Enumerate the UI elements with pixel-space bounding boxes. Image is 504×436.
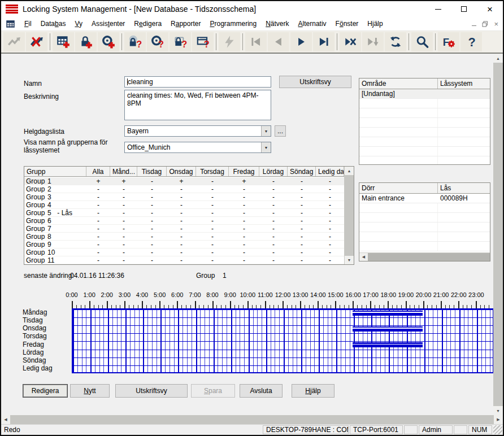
day-flag-cell[interactable]: - [137, 256, 167, 264]
day-flag-cell[interactable]: - [288, 177, 316, 185]
day-flag-cell[interactable]: + [229, 177, 259, 185]
scroll-down-icon[interactable]: ▼ [493, 406, 503, 415]
day-flag-cell[interactable]: - [229, 201, 259, 208]
new-button[interactable]: Nytt [70, 384, 110, 398]
day-flag-cell[interactable]: - [110, 233, 137, 240]
scroll-right-icon[interactable]: ▶ [494, 415, 503, 424]
day-flag-cell[interactable]: - [196, 185, 229, 193]
day-flag-cell[interactable]: - [288, 241, 316, 248]
day-flag-cell[interactable]: - [288, 193, 316, 200]
menu-item-programmering[interactable]: Programmering [205, 18, 261, 29]
toolbar-read-lock-g1-button[interactable]: ? [170, 32, 191, 51]
toolbar-program-button[interactable] [219, 32, 240, 51]
chevron-down-icon[interactable]: ▼ [261, 142, 271, 152]
holiday-browse-button[interactable]: ... [275, 125, 286, 137]
description-input[interactable]: cleaning times: Mo, Wed, Fri between 4PM… [124, 90, 271, 120]
day-flag-cell[interactable]: - [137, 201, 167, 208]
table-row[interactable]: Main entrance000089H [359, 194, 490, 203]
schedule-bar[interactable] [353, 311, 423, 316]
menu-item-redigera[interactable]: Redigera [129, 18, 166, 29]
toolbar-search-button[interactable] [411, 32, 433, 51]
group-table-scrollbar[interactable]: ▲ ▼ [344, 167, 354, 264]
day-flag-cell[interactable]: - [288, 248, 316, 256]
chevron-down-icon[interactable]: ▼ [261, 126, 271, 136]
group-row[interactable]: Group2--------- [24, 185, 344, 193]
day-flag-cell[interactable]: - [110, 217, 137, 224]
day-flag-cell[interactable]: + [167, 177, 196, 185]
day-flag-cell[interactable]: - [288, 256, 316, 264]
day-flag-cell[interactable]: - [86, 225, 110, 232]
scrollbar-thumb[interactable] [493, 63, 503, 406]
name-input[interactable]: cleaning [124, 76, 271, 88]
day-flag-cell[interactable]: - [259, 209, 288, 216]
locking-system-select[interactable]: Office_Munich ▼ [124, 142, 271, 153]
group-row[interactable]: Group4--------- [24, 201, 344, 209]
day-flag-cell[interactable]: - [196, 193, 229, 200]
menu-item-fil[interactable]: Fil [20, 18, 36, 29]
day-flag-cell[interactable]: - [196, 233, 229, 240]
day-flag-cell[interactable]: - [288, 225, 316, 232]
day-flag-cell[interactable]: - [259, 248, 288, 256]
day-flag-cell[interactable]: - [167, 248, 196, 256]
day-flag-cell[interactable]: - [229, 209, 259, 216]
day-flag-cell[interactable]: - [316, 241, 344, 248]
day-flag-cell[interactable]: - [86, 217, 110, 224]
day-flag-cell[interactable]: - [229, 217, 259, 224]
day-flag-cell[interactable]: - [167, 209, 196, 216]
day-flag-cell[interactable]: - [110, 248, 137, 256]
day-flag-cell[interactable]: - [110, 209, 137, 216]
day-flag-cell[interactable]: + [86, 177, 110, 185]
day-flag-cell[interactable]: - [288, 217, 316, 224]
toolbar-new-transponder-button[interactable] [98, 32, 119, 51]
day-flag-cell[interactable]: - [196, 217, 229, 224]
toolbar-last-record-button[interactable] [313, 32, 334, 51]
menu-item-alternativ[interactable]: Alternativ [294, 18, 331, 29]
close-button[interactable]: × [477, 1, 503, 17]
toolbar-next-record-button[interactable] [290, 32, 312, 51]
mdi-minimize-button[interactable] [472, 22, 476, 26]
day-flag-cell[interactable]: - [259, 217, 288, 224]
maximize-button[interactable] [451, 1, 477, 17]
day-flag-cell[interactable]: - [167, 233, 196, 240]
mdi-restore-button[interactable] [482, 21, 488, 27]
day-flag-cell[interactable]: - [86, 193, 110, 200]
day-flag-cell[interactable]: - [196, 177, 229, 185]
day-flag-cell[interactable]: - [229, 185, 259, 193]
schedule-bar[interactable] [353, 326, 423, 332]
exit-button[interactable]: Avsluta [240, 384, 283, 398]
day-flag-cell[interactable]: - [167, 241, 196, 248]
table-row[interactable]: [Undantag] [359, 89, 490, 99]
day-flag-cell[interactable]: - [316, 225, 344, 232]
day-flag-cell[interactable]: - [288, 233, 316, 240]
day-flag-cell[interactable]: - [196, 248, 229, 256]
day-flag-cell[interactable]: - [167, 193, 196, 200]
resize-grip[interactable] [493, 425, 502, 434]
day-flag-cell[interactable]: - [86, 248, 110, 256]
day-flag-cell[interactable]: - [110, 256, 137, 264]
menu-item-fnster[interactable]: Fönster [331, 18, 363, 29]
horizontal-scrollbar[interactable]: ◀ ▶ [1, 415, 503, 424]
day-flag-cell[interactable]: - [110, 201, 137, 208]
day-flag-cell[interactable]: - [110, 241, 137, 248]
day-flag-cell[interactable]: - [316, 256, 344, 264]
day-flag-cell[interactable]: - [86, 201, 110, 208]
day-flag-cell[interactable]: - [86, 241, 110, 248]
day-flag-cell[interactable]: - [229, 225, 259, 232]
edit-button[interactable]: Redigera [23, 384, 68, 398]
day-flag-cell[interactable]: - [229, 248, 259, 256]
scroll-left-icon[interactable]: ◀ [359, 253, 368, 261]
save-button[interactable]: Spara [191, 384, 235, 398]
menu-item-vy[interactable]: Vy [70, 18, 87, 29]
day-flag-cell[interactable]: - [86, 233, 110, 240]
scroll-left-icon[interactable]: ◀ [1, 415, 10, 424]
day-flag-cell[interactable]: - [316, 193, 344, 200]
day-flag-cell[interactable]: - [137, 248, 167, 256]
group-row[interactable]: Group5 - Lås--------- [24, 209, 344, 217]
group-row[interactable]: Group9--------- [24, 241, 344, 248]
day-flag-cell[interactable]: - [110, 185, 137, 193]
mdi-close-button[interactable]: × [494, 20, 498, 28]
day-flag-cell[interactable]: - [167, 256, 196, 264]
day-flag-cell[interactable]: - [259, 201, 288, 208]
day-flag-cell[interactable]: - [167, 185, 196, 193]
day-flag-cell[interactable]: - [137, 185, 167, 193]
